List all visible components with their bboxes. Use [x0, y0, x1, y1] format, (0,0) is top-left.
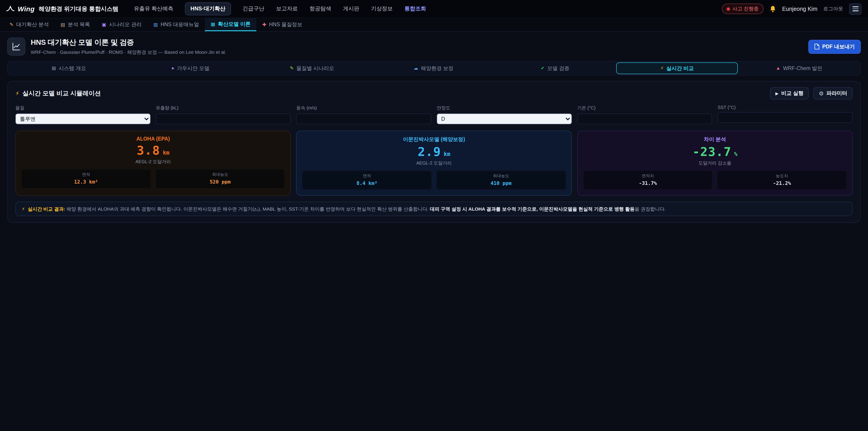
- section-tab-model-validation[interactable]: ✔ 모델 검증: [495, 62, 616, 74]
- section-tab-wrf-chem[interactable]: ▲ WRF-Chem 발전: [739, 62, 860, 74]
- spill-volume-input[interactable]: [156, 114, 291, 124]
- nav-hns-dispersion[interactable]: HNS·대기확산: [185, 2, 231, 16]
- tab-dispersion-model-theory[interactable]: ▦ 확산모델 이론: [205, 18, 256, 31]
- stat-value: 12.3 km²: [24, 179, 149, 185]
- control-substance: 물질 톨루엔: [16, 105, 150, 124]
- section-label: 가우시안 모델: [177, 65, 209, 72]
- stat-value: 8.4 km²: [305, 180, 430, 186]
- nav-rescue[interactable]: 긴급구난: [243, 5, 264, 13]
- nav-board[interactable]: 게시판: [343, 5, 359, 13]
- main-menu: 유출유 확산예측 HNS·대기확산 긴급구난 보고자료 항공탐색 게시판 기상정…: [134, 2, 426, 16]
- stat-value: -21.2%: [719, 180, 844, 186]
- tab-hns-substance-info[interactable]: ✚ HNS 물질정보: [256, 18, 308, 31]
- play-icon: ▶: [775, 91, 778, 96]
- user-name[interactable]: Eunjeong Kim: [782, 6, 817, 12]
- comparison-result-note: ⚡실시간 비교 결과: 해양 환경에서 ALOHA의 과대 예측 경향이 확인됩…: [16, 202, 852, 216]
- gaussian-icon: ●: [171, 66, 174, 70]
- incident-status-badge[interactable]: 사고 진행중: [722, 4, 764, 14]
- lightning-icon: ⚡: [22, 206, 25, 212]
- sst-input[interactable]: [718, 112, 852, 123]
- hamburger-menu-icon[interactable]: [849, 3, 862, 15]
- param-label: 파라미터: [827, 90, 847, 97]
- stat-concentration-difference: 농도차 -21.2%: [717, 171, 847, 190]
- stat-value: 520 ppm: [158, 179, 283, 185]
- comparison-cards: ALOHA (EPA) 3.8km AEGL-2 도달거리 면적 12.3 km…: [16, 131, 852, 196]
- distance-value: 3.8: [137, 143, 160, 157]
- card-stats: 면적차 -31.7% 농도차 -21.2%: [583, 171, 847, 190]
- card-value: 3.8km: [21, 143, 285, 157]
- section-tab-marine-correction[interactable]: ☁ 해양환경 보정: [373, 62, 494, 74]
- stat-area-difference: 면적차 -31.7%: [583, 171, 712, 190]
- panel-title-text: 실시간 모델 비교 시뮬레이션: [23, 89, 101, 97]
- run-label: 비교 실행: [781, 90, 803, 97]
- chart-icon: ▦: [211, 22, 215, 27]
- section-label: WRF-Chem 발전: [783, 65, 822, 72]
- panel-title: ⚡ 실시간 모델 비교 시뮬레이션: [16, 89, 101, 97]
- difference-value: -23.7: [692, 145, 732, 159]
- stat-label: 농도차: [719, 173, 844, 179]
- logout-button[interactable]: 로그아웃: [823, 5, 843, 12]
- control-air-temp: 기온 (°C): [577, 105, 712, 124]
- nav-weather[interactable]: 기상정보: [371, 5, 393, 13]
- section-tab-substance-scenarios[interactable]: ✎ 물질별 시나리오: [252, 62, 372, 74]
- air-temp-label: 기온 (°C): [577, 105, 712, 111]
- section-tab-system-overview[interactable]: ▤ 시스템 개요: [8, 62, 129, 74]
- nav-oil-spill[interactable]: 유출유 확산예측: [134, 5, 174, 13]
- notification-bell-icon[interactable]: [770, 5, 776, 12]
- tab-scenario-management[interactable]: ▣ 시나리오 관리: [96, 18, 147, 31]
- check-icon: ✔: [541, 66, 545, 70]
- section-label: 실시간 비교: [666, 65, 694, 72]
- run-comparison-button[interactable]: ▶ 비교 실행: [770, 87, 809, 99]
- card-value: 2.9km: [302, 145, 566, 159]
- brand[interactable]: Wing 해양환경 위기대응 통합시스템: [6, 5, 119, 13]
- rocket-icon: ▲: [776, 66, 780, 70]
- air-temp-input[interactable]: [577, 114, 712, 124]
- card-caption: AEGL-2 도달거리: [302, 160, 566, 166]
- pdf-export-label: PDF 내보내기: [822, 43, 855, 50]
- spill-volume-label: 유출량 (kL): [156, 105, 291, 111]
- stability-label: 안정도: [437, 105, 572, 111]
- tab-label: HNS 대응매뉴얼: [160, 21, 199, 28]
- stability-select[interactable]: D: [437, 114, 572, 124]
- parameters-button[interactable]: ⚙ 파라미터: [813, 87, 852, 99]
- result-card-difference: 차이 분석 -23.7% 도달거리 감소율 면적차 -31.7% 농도차 -21…: [577, 131, 852, 196]
- card-title: ALOHA (EPA): [21, 136, 285, 142]
- nav-right-cluster: 사고 진행중 Eunjeong Kim 로그아웃: [722, 3, 862, 15]
- nav-integrated-search[interactable]: 통합조회: [404, 5, 426, 13]
- logo-text: Wing: [18, 5, 35, 13]
- result-card-aloha: ALOHA (EPA) 3.8km AEGL-2 도달거리 면적 12.3 km…: [16, 131, 291, 196]
- nav-aerial-search[interactable]: 항공탐색: [309, 5, 331, 13]
- model-theory-chart-icon: [7, 37, 25, 56]
- app-title: 해양환경 위기대응 통합시스템: [39, 5, 118, 13]
- substance-label: 물질: [16, 105, 150, 111]
- simulation-controls: 물질 톨루엔 유출량 (kL) 풍속 (m/s) 안정도 D 기온 (°C): [16, 105, 852, 124]
- note-suffix: 을 권장합니다.: [635, 206, 666, 212]
- stat-label: 면적차: [585, 173, 710, 179]
- nav-reports[interactable]: 보고자료: [276, 5, 298, 13]
- section-tab-gaussian-model[interactable]: ● 가우시안 모델: [130, 62, 251, 74]
- incident-label: 사고 진행중: [733, 5, 758, 12]
- card-stats: 면적 8.4 km² 최대농도 410 ppm: [302, 171, 566, 190]
- note-emphasis: 대피 구역 설정 시 ALOHA 결과를 보수적 기준으로, 이문진박사모델을 …: [430, 206, 635, 212]
- note-body: 해양 환경에서 ALOHA의 과대 예측 경향이 확인됩니다. 이문진박사모델은…: [65, 206, 430, 212]
- panel-actions: ▶ 비교 실행 ⚙ 파라미터: [770, 87, 852, 99]
- wind-speed-label: 풍속 (m/s): [296, 105, 431, 111]
- tab-analysis-list[interactable]: ▤ 분석 목록: [55, 18, 96, 31]
- cloud-icon: ☁: [414, 66, 418, 70]
- section-tab-realtime-comparison[interactable]: ⚡ 실시간 비교: [616, 62, 738, 74]
- tab-dispersion-analysis[interactable]: ✎ 대기확산 분석: [4, 18, 55, 31]
- wind-speed-input[interactable]: [296, 114, 431, 124]
- document-icon: ▤: [61, 22, 65, 27]
- control-stability: 안정도 D: [437, 105, 572, 124]
- card-stats: 면적 12.3 km² 최대농도 520 ppm: [21, 169, 285, 188]
- sst-label: SST (°C): [718, 105, 852, 110]
- pdf-doc-icon: [814, 43, 819, 50]
- book-icon: ▥: [153, 22, 158, 27]
- realtime-comparison-panel: ⚡ 실시간 모델 비교 시뮬레이션 ▶ 비교 실행 ⚙ 파라미터 물질 톨루엔: [7, 81, 861, 223]
- incident-dot-icon: [727, 7, 730, 10]
- stat-label: 최대농도: [438, 173, 563, 179]
- pdf-export-button[interactable]: PDF 내보내기: [808, 39, 861, 54]
- tab-label: 대기확산 분석: [16, 21, 49, 28]
- substance-select[interactable]: 톨루엔: [16, 114, 150, 124]
- tab-hns-manual[interactable]: ▥ HNS 대응매뉴얼: [148, 18, 205, 31]
